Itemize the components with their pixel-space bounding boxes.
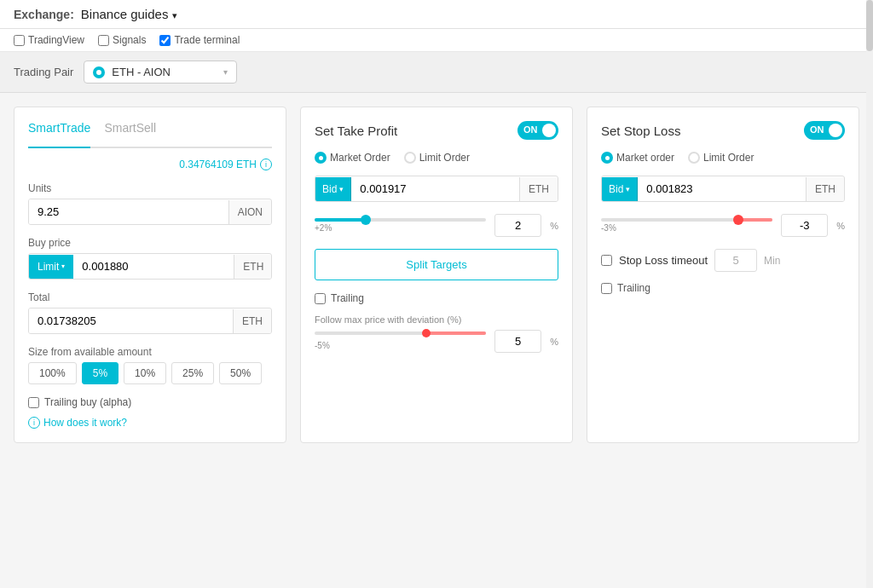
size-field: Size from available amount 100% 5% 10% 2… bbox=[28, 346, 272, 384]
take-profit-slider-suffix: % bbox=[550, 221, 558, 231]
deviation-label: Follow max price with deviation (%) bbox=[315, 314, 558, 325]
balance-value: 0.34764109 ETH bbox=[179, 159, 257, 170]
checkbox-terminal[interactable]: Trade terminal bbox=[159, 34, 240, 46]
left-panel: SmartTrade SmartSell 0.34764109 ETH i Un… bbox=[14, 107, 286, 443]
size-btn-50[interactable]: 50% bbox=[219, 362, 262, 384]
total-label: Total bbox=[28, 291, 272, 303]
exchange-dropdown-arrow[interactable]: ▾ bbox=[172, 10, 177, 20]
checkbox-signals[interactable]: Signals bbox=[98, 34, 146, 46]
balance-line: 0.34764109 ETH i bbox=[28, 159, 272, 170]
how-icon: i bbox=[28, 417, 40, 429]
take-profit-toggle-switch[interactable]: ON bbox=[517, 121, 558, 140]
trailing-buy-label: Trailing buy (alpha) bbox=[44, 396, 131, 408]
how-link[interactable]: i How does it work? bbox=[28, 417, 272, 429]
stop-loss-slider-track bbox=[601, 218, 772, 222]
buy-price-label: Buy price bbox=[28, 237, 272, 249]
stop-loss-market-radio[interactable] bbox=[601, 152, 613, 164]
size-btn-100[interactable]: 100% bbox=[28, 362, 77, 384]
buy-price-field: Buy price Limit ▾ ETH bbox=[28, 237, 272, 280]
take-profit-slider-labels: +2% bbox=[315, 223, 486, 233]
total-field: Total ETH bbox=[28, 291, 272, 334]
stop-loss-slider-section: -3% % bbox=[601, 214, 845, 237]
take-profit-slider-row: +2% % bbox=[315, 214, 558, 237]
units-input-row: AION bbox=[28, 199, 272, 225]
main-content: SmartTrade SmartSell 0.34764109 ETH i Un… bbox=[0, 93, 873, 457]
size-btn-5[interactable]: 5% bbox=[82, 362, 119, 384]
deviation-left-label: -5% bbox=[315, 341, 330, 350]
units-field: Units AION bbox=[28, 182, 272, 225]
units-input[interactable] bbox=[29, 199, 228, 224]
take-profit-limit-radio[interactable] bbox=[404, 152, 416, 164]
take-profit-slider-fill bbox=[315, 218, 366, 222]
deviation-fill bbox=[426, 331, 486, 335]
tab-smarttrade[interactable]: SmartTrade bbox=[28, 121, 90, 148]
stop-loss-bid-dropdown-arrow: ▾ bbox=[626, 185, 630, 193]
stop-loss-timeout-suffix: Min bbox=[764, 255, 780, 267]
stop-loss-bid-suffix: ETH bbox=[806, 177, 844, 201]
stop-loss-toggle-switch[interactable]: ON bbox=[804, 121, 845, 140]
take-profit-slider-thumb[interactable] bbox=[361, 215, 371, 225]
take-profit-slider-value[interactable] bbox=[494, 214, 541, 237]
deviation-slider-row: -5% % bbox=[315, 330, 558, 353]
take-profit-toggle-label: ON bbox=[523, 124, 538, 135]
take-profit-slider-track bbox=[315, 218, 486, 222]
stop-loss-header: Set Stop Loss ON bbox=[601, 121, 845, 140]
size-btn-25[interactable]: 25% bbox=[171, 362, 214, 384]
stop-loss-market-order[interactable]: Market order bbox=[601, 152, 674, 164]
take-profit-slider-track-wrapper: +2% bbox=[315, 218, 486, 233]
stop-loss-slider-fill bbox=[738, 218, 772, 222]
stop-loss-slider-suffix: % bbox=[836, 221, 845, 231]
take-profit-panel: Set Take Profit ON Market Order bbox=[300, 107, 573, 443]
stop-loss-bid-btn[interactable]: Bid ▾ bbox=[602, 177, 638, 201]
units-label: Units bbox=[28, 182, 272, 194]
buy-price-input[interactable] bbox=[73, 254, 234, 279]
bid-dropdown-arrow: ▾ bbox=[339, 185, 344, 193]
stop-loss-slider-thumb[interactable] bbox=[733, 215, 743, 225]
take-profit-market-radio[interactable] bbox=[315, 152, 327, 164]
deviation-value-input[interactable] bbox=[494, 330, 541, 353]
size-btn-10[interactable]: 10% bbox=[124, 362, 166, 384]
take-profit-bid-btn[interactable]: Bid ▾ bbox=[315, 177, 351, 201]
total-input[interactable] bbox=[29, 308, 233, 333]
take-profit-market-order[interactable]: Market Order bbox=[315, 152, 390, 164]
stop-loss-bid-input[interactable] bbox=[638, 176, 806, 201]
split-targets-btn[interactable]: Split Targets bbox=[315, 249, 558, 280]
stop-loss-order-types: Market order Limit Order bbox=[601, 152, 845, 164]
deviation-track bbox=[315, 331, 486, 335]
stop-loss-timeout-input[interactable] bbox=[714, 249, 757, 272]
deviation-labels: -5% bbox=[315, 338, 486, 351]
take-profit-toggle[interactable]: ON bbox=[517, 121, 558, 140]
take-profit-bid-input[interactable] bbox=[351, 176, 519, 201]
tab-smartsell[interactable]: SmartSell bbox=[104, 121, 156, 140]
stop-loss-slider-labels: -3% bbox=[601, 223, 772, 233]
stop-loss-toggle[interactable]: ON bbox=[804, 121, 845, 140]
checkbox-tradingview[interactable]: TradingView bbox=[14, 34, 84, 46]
balance-info-icon[interactable]: i bbox=[260, 159, 272, 170]
take-profit-trailing-label: Trailing bbox=[331, 292, 364, 304]
stop-loss-timeout-checkbox[interactable] bbox=[601, 255, 612, 266]
stop-loss-limit-order[interactable]: Limit Order bbox=[688, 152, 754, 164]
stop-loss-timeout-label: Stop Loss timeout bbox=[619, 254, 708, 267]
take-profit-trailing-checkbox[interactable] bbox=[315, 293, 326, 304]
size-buttons: 100% 5% 10% 25% 50% bbox=[28, 362, 272, 384]
scrollbar-thumb[interactable] bbox=[866, 0, 873, 51]
buy-price-suffix: ETH bbox=[234, 255, 272, 279]
deviation-suffix: % bbox=[550, 337, 558, 347]
take-profit-limit-order[interactable]: Limit Order bbox=[404, 152, 470, 164]
stop-loss-limit-radio[interactable] bbox=[688, 152, 700, 164]
scrollbar[interactable] bbox=[866, 0, 873, 588]
pair-value: ETH - AION bbox=[112, 66, 217, 78]
stop-loss-slider: ON bbox=[804, 121, 845, 140]
stop-loss-slider-value[interactable] bbox=[781, 214, 828, 237]
stop-loss-toggle-label: ON bbox=[810, 124, 824, 135]
stop-loss-bid-row: Bid ▾ ETH bbox=[601, 176, 845, 202]
trading-pair-select[interactable]: ETH - AION ▾ bbox=[84, 61, 237, 84]
trailing-buy-checkbox[interactable] bbox=[28, 397, 39, 408]
deviation-thumb[interactable] bbox=[422, 329, 431, 337]
buy-price-type-btn[interactable]: Limit ▾ bbox=[29, 255, 73, 279]
stop-loss-panel: Set Stop Loss ON Market order bbox=[587, 107, 859, 443]
take-profit-order-types: Market Order Limit Order bbox=[315, 152, 558, 164]
stop-loss-trailing-checkbox[interactable] bbox=[601, 283, 612, 294]
header: Exchange: Binance guides ▾ bbox=[0, 0, 873, 29]
exchange-name: Binance guides ▾ bbox=[81, 7, 177, 21]
